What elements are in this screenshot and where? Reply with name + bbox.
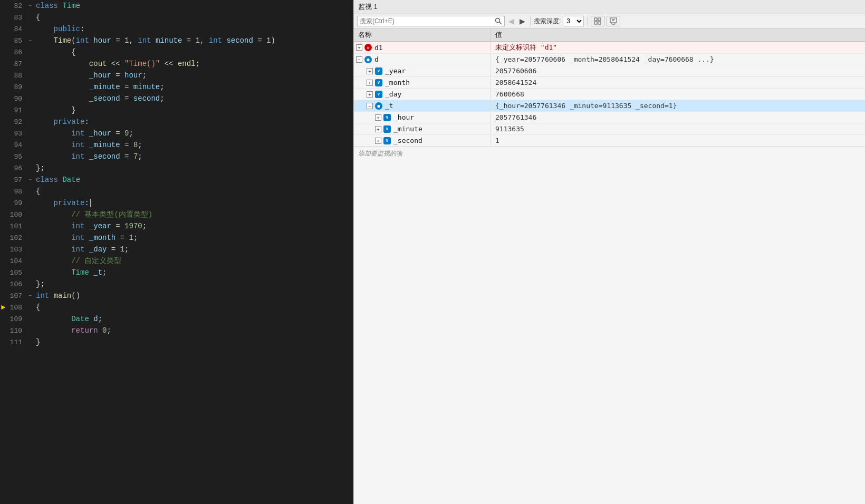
code-line-86: 86 { xyxy=(0,46,353,58)
watch-title: 监视 1 xyxy=(358,2,378,12)
expand-btn-_minute[interactable]: + xyxy=(375,126,381,132)
watch-name-text-_t: _t xyxy=(385,102,393,110)
line-number-86: 86 xyxy=(0,46,26,58)
watch-cell-value-_day: 7600668 xyxy=(491,89,865,100)
nav-prev-btn[interactable]: ◀ xyxy=(507,17,516,25)
line-num-text: 88 xyxy=(14,72,22,80)
watch-row-_hour[interactable]: +v_hour2057761346 xyxy=(354,112,865,123)
toolbar-separator xyxy=(530,16,531,26)
watch-cell-name-_month: +v_month xyxy=(354,77,491,88)
line-num-text: 105 xyxy=(10,269,22,277)
expand-btn-d[interactable]: − xyxy=(356,56,362,63)
watch-row-d1[interactable]: +✕d1未定义标识符 "d1" xyxy=(354,42,865,54)
expand-btn-_year[interactable]: + xyxy=(367,68,373,74)
line-content-85: Time(int hour = 1, int minute = 1, int s… xyxy=(34,35,353,46)
line-number-106: 106 xyxy=(0,278,26,290)
line-num-text: 90 xyxy=(14,95,22,103)
expand-btn-_day[interactable]: + xyxy=(367,91,373,98)
code-line-109: 109 Date d; xyxy=(0,313,353,325)
line-number-84: 84 xyxy=(0,23,26,35)
line-content-91: } xyxy=(34,104,353,116)
watch-name-text-d1: d1 xyxy=(374,44,383,52)
line-content-102: int _month = 1; xyxy=(34,232,353,244)
line-content-107: int main() xyxy=(34,290,353,302)
line-number-96: 96 xyxy=(0,162,26,174)
code-line-106: 106}; xyxy=(0,278,353,290)
watch-name-text-_second: _second xyxy=(393,137,422,144)
svg-line-1 xyxy=(499,22,502,25)
watch-row-_second[interactable]: +v_second1 xyxy=(354,135,865,147)
search-input[interactable] xyxy=(360,17,495,25)
line-num-text: 97 xyxy=(14,176,22,184)
line-content-108: { xyxy=(34,302,353,313)
watch-cell-value-d: {_year=2057760606 _month=2058641524 _day… xyxy=(491,54,865,65)
line-num-text: 111 xyxy=(10,338,22,346)
collapse-icon-107[interactable]: − xyxy=(26,290,34,302)
watch-row-_t[interactable]: −●_t{_hour=2057761346 _minute=9113635 _s… xyxy=(354,100,865,112)
watch-icon-_month: v xyxy=(375,79,382,86)
line-content-83: { xyxy=(34,12,353,23)
collapse-icon-108 xyxy=(26,302,34,313)
nav-next-btn[interactable]: ▶ xyxy=(518,17,527,25)
watch-row-_year[interactable]: +v_year2057760606 xyxy=(354,65,865,77)
line-content-97: class Date xyxy=(34,174,353,186)
expand-btn-_hour[interactable]: + xyxy=(375,114,381,121)
watch-cell-name-d1: +✕d1 xyxy=(354,42,491,53)
watch-icon-d: ● xyxy=(364,56,372,63)
code-editor: 82−class Time83{84 public:85− Time(int h… xyxy=(0,0,353,504)
collapse-icon-92 xyxy=(26,116,34,128)
line-content-82: class Time xyxy=(34,0,353,12)
watch-row-_minute[interactable]: +v_minute9113635 xyxy=(354,123,865,135)
line-num-text: 95 xyxy=(14,153,22,161)
line-num-text: 93 xyxy=(14,130,22,138)
code-line-105: 105 Time _t; xyxy=(0,267,353,278)
collapse-icon-82[interactable]: − xyxy=(26,0,34,12)
code-line-103: 103 int _day = 1; xyxy=(0,244,353,255)
collapse-icon-86 xyxy=(26,46,34,58)
svg-rect-3 xyxy=(598,18,601,21)
watch-row-_month[interactable]: +v_month2058641524 xyxy=(354,77,865,89)
line-number-99: 99 xyxy=(0,197,26,209)
watch-row-d[interactable]: −●d{_year=2057760606 _month=2058641524 _… xyxy=(354,54,865,65)
collapse-icon-100 xyxy=(26,209,34,220)
expand-btn-d1[interactable]: + xyxy=(356,44,362,51)
search-box[interactable] xyxy=(357,16,505,26)
watch-cell-name-_hour: +v_hour xyxy=(354,112,491,123)
watch-title-bar: 监视 1 xyxy=(354,0,865,14)
line-num-text: 99 xyxy=(14,199,22,207)
toolbar-btn-1[interactable] xyxy=(591,16,604,26)
code-line-88: 88 _hour = hour; xyxy=(0,70,353,81)
watch-table: 名称 值 +✕d1未定义标识符 "d1"−●d{_year=2057760606… xyxy=(354,28,865,504)
depth-select[interactable]: 12345678910 xyxy=(563,16,584,26)
line-num-text: 106 xyxy=(10,280,22,288)
code-line-94: 94 int _minute = 8; xyxy=(0,139,353,151)
line-number-110: 110 xyxy=(0,325,26,336)
code-line-110: 110 return 0; xyxy=(0,325,353,336)
line-number-107: 107 xyxy=(0,290,26,302)
add-watch-prompt[interactable]: 添加要监视的项 xyxy=(354,147,865,160)
line-num-text: 102 xyxy=(10,234,22,242)
search-icon-btn[interactable] xyxy=(495,17,502,25)
watch-cell-name-_year: +v_year xyxy=(354,65,491,76)
expand-btn-_t[interactable]: − xyxy=(367,103,373,109)
collapse-icon-88 xyxy=(26,70,34,81)
col-value-header: 值 xyxy=(491,28,865,41)
line-num-text: 104 xyxy=(10,257,22,265)
watch-icon-_second: v xyxy=(383,137,391,144)
line-number-104: 104 xyxy=(0,255,26,267)
collapse-icon-97[interactable]: − xyxy=(26,174,34,186)
collapse-icon-85[interactable]: − xyxy=(26,35,34,46)
watch-row-_day[interactable]: +v_day7600668 xyxy=(354,89,865,100)
expand-btn-_second[interactable]: + xyxy=(375,138,381,144)
line-number-105: 105 xyxy=(0,267,26,278)
line-content-110: return 0; xyxy=(34,325,353,336)
line-num-text: 92 xyxy=(14,118,22,126)
watch-cell-value-_minute: 9113635 xyxy=(491,123,865,134)
line-number-108: ►108 xyxy=(0,302,26,313)
watch-cell-value-d1: 未定义标识符 "d1" xyxy=(491,42,865,53)
toolbar-btn-2[interactable] xyxy=(607,16,620,26)
svg-rect-5 xyxy=(598,22,601,24)
expand-btn-_month[interactable]: + xyxy=(367,80,373,86)
line-number-82: 82 xyxy=(0,0,26,12)
line-content-106: }; xyxy=(34,278,353,290)
